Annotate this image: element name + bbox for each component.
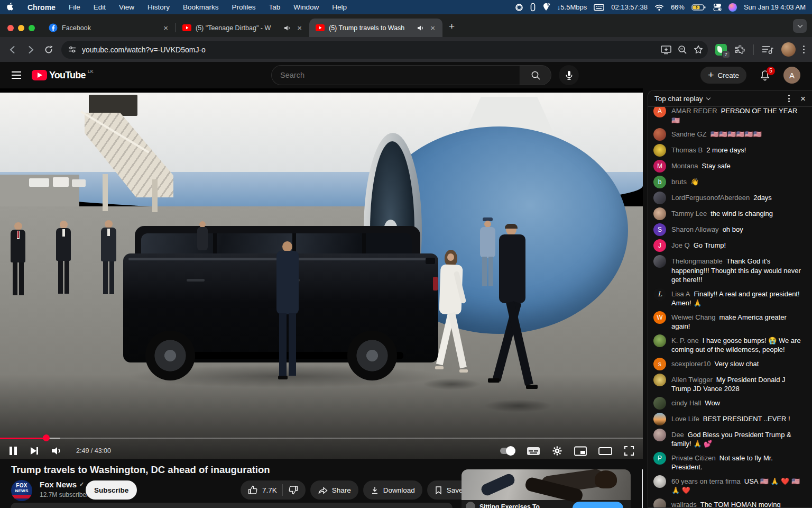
chat-avatar[interactable] [653, 374, 666, 386]
chat-message[interactable]: cindy HallWow [648, 395, 812, 411]
chat-avatar[interactable]: L [653, 288, 666, 301]
chat-author[interactable]: Love Life [671, 415, 699, 423]
tab-trump-travels[interactable]: (5) Trump travels to Wash × [309, 19, 442, 37]
chat-avatar[interactable]: M [653, 160, 666, 173]
chat-avatar[interactable] [653, 144, 666, 157]
chat-message[interactable]: 60 years on terra firmaUSA 🇺🇸 🙏 ❤️ 🇺🇸 🙏 … [648, 474, 812, 497]
chevron-down-icon[interactable] [706, 96, 710, 100]
chat-author[interactable]: K. P. one [671, 337, 699, 344]
chat-author[interactable]: Lisa A [671, 290, 690, 298]
menu-item[interactable]: File [69, 3, 80, 11]
voice-search-button[interactable] [559, 65, 579, 85]
chat-message[interactable]: Tammy Leethe wind is changing [648, 206, 812, 222]
menubar-app-name[interactable]: Chrome [27, 3, 56, 12]
chat-avatar[interactable]: S [653, 223, 666, 236]
chat-author[interactable]: Montana [671, 162, 698, 170]
share-button[interactable]: Share [310, 480, 358, 500]
display-toggle-icon[interactable] [713, 3, 722, 11]
menu-item[interactable]: Bookmarks [183, 3, 219, 11]
notifications-button[interactable]: 5 [759, 69, 771, 81]
channel-name[interactable]: Fox News ✓ [40, 480, 84, 489]
chat-message[interactable]: DeeGod Bless you President Trump & famil… [648, 427, 812, 450]
chat-author[interactable]: Dee [671, 431, 684, 439]
wifi-icon[interactable] [654, 4, 664, 11]
chat-author[interactable]: Allen Twigger [671, 376, 713, 384]
subscribe-button[interactable]: Subscribe [86, 480, 137, 500]
tab-close-icon[interactable]: × [161, 23, 170, 32]
tab-close-icon[interactable]: × [428, 23, 437, 32]
chat-message-list[interactable]: A AMAR REDERPERSON OF THE YEAR 🇺🇸 Sandri… [648, 103, 812, 507]
theater-mode-button[interactable] [598, 446, 612, 456]
guide-menu-icon[interactable] [12, 71, 21, 78]
new-tab-button[interactable]: + [449, 21, 455, 32]
account-avatar[interactable]: A [783, 67, 800, 84]
capsule-widget-icon[interactable] [530, 3, 536, 12]
chat-avatar[interactable]: b [653, 176, 666, 188]
volume-button[interactable] [51, 446, 62, 456]
chat-author[interactable]: Thelongmanable [671, 257, 723, 265]
chat-close-icon[interactable]: × [800, 94, 806, 103]
back-button[interactable] [7, 44, 18, 55]
tab-close-icon[interactable]: × [295, 23, 304, 32]
chat-author[interactable]: Sharon Alloway [671, 225, 719, 233]
menu-item[interactable]: History [147, 3, 170, 11]
chat-message[interactable]: M MontanaStay safe [648, 158, 812, 174]
subtitles-button[interactable] [527, 446, 540, 456]
chat-author[interactable]: Thomas B [671, 146, 703, 154]
chat-author[interactable]: LordFergusonofAberdeen [671, 194, 750, 202]
chat-avatar[interactable] [653, 192, 666, 204]
chat-avatar[interactable] [653, 397, 666, 410]
description-box[interactable] [11, 503, 453, 508]
suggested-cta-button[interactable] [573, 502, 623, 508]
chat-message[interactable]: S Sharon Allowayoh boy [648, 222, 812, 238]
chat-avatar[interactable] [653, 413, 666, 425]
channel-avatar[interactable]: FOX NEWS [11, 480, 32, 501]
chat-avatar[interactable]: P [653, 452, 666, 465]
search-box[interactable] [271, 65, 520, 85]
tab-search-button[interactable] [793, 19, 807, 33]
chat-author[interactable]: Private Citizen [671, 454, 716, 462]
chat-avatar[interactable] [653, 498, 666, 508]
suggested-thumbnail[interactable] [462, 469, 631, 500]
chat-author[interactable]: 60 years on terra firma [671, 477, 741, 485]
suggested-title[interactable]: Sitting Exercises To... [479, 503, 545, 508]
site-settings-icon[interactable] [68, 45, 77, 54]
menu-item[interactable]: Profiles [232, 3, 256, 11]
chat-message[interactable]: K. P. oneI have goose bumps! 😭 We are co… [648, 333, 812, 356]
chat-message[interactable]: wallradsThe TOM HOMAN moving company has… [648, 497, 812, 508]
media-controls-icon[interactable] [761, 44, 774, 55]
url-text[interactable]: youtube.com/watch?v=-UVKD5omJ-o [82, 46, 655, 54]
progress-scrubber[interactable] [43, 434, 50, 441]
chat-message[interactable]: LordFergusonofAberdeen2days [648, 190, 812, 206]
chat-message[interactable]: Love LifeBEST PRESIDENT ..EVER ! [648, 411, 812, 427]
timer-widget-icon[interactable] [594, 4, 604, 11]
chat-author[interactable]: scexplorer10 [671, 360, 710, 368]
chat-avatar[interactable]: J [653, 239, 666, 252]
chat-message[interactable]: Allen TwiggerMy President Donald J Trump… [648, 372, 812, 395]
browser-profile-avatar[interactable] [781, 42, 796, 57]
apple-logo-icon[interactable] [6, 3, 14, 12]
chat-author[interactable]: Tammy Lee [671, 210, 707, 217]
dislike-icon[interactable] [288, 485, 298, 495]
suggested-channel-avatar[interactable] [466, 502, 475, 508]
like-icon[interactable] [248, 485, 258, 495]
chat-message[interactable]: Thomas B2 more days! [648, 142, 812, 158]
menu-item[interactable]: Tab [269, 3, 281, 11]
progress-bar[interactable] [0, 438, 643, 439]
location-pin-icon[interactable] [542, 3, 550, 12]
menubar-datetime[interactable]: Sun Jan 19 4:03 AM [744, 3, 806, 11]
window-close-button[interactable] [7, 25, 14, 31]
timer-value[interactable]: 02:13:57:38 [611, 3, 648, 11]
download-button[interactable]: Download [363, 480, 422, 500]
chat-avatar[interactable] [653, 334, 666, 347]
battery-icon[interactable] [691, 4, 706, 11]
create-button[interactable]: + Create [700, 67, 746, 84]
miniplayer-button[interactable] [574, 446, 587, 456]
search-input[interactable] [279, 70, 512, 80]
extensions-puzzle-icon[interactable] [734, 44, 746, 56]
tab-facebook[interactable]: Facebook × [42, 19, 176, 37]
chat-author[interactable]: Weiwei Chang [671, 313, 716, 321]
chatgpt-icon[interactable] [515, 3, 523, 12]
menu-item[interactable]: Edit [94, 3, 106, 11]
tab-audio-icon[interactable] [284, 25, 291, 31]
